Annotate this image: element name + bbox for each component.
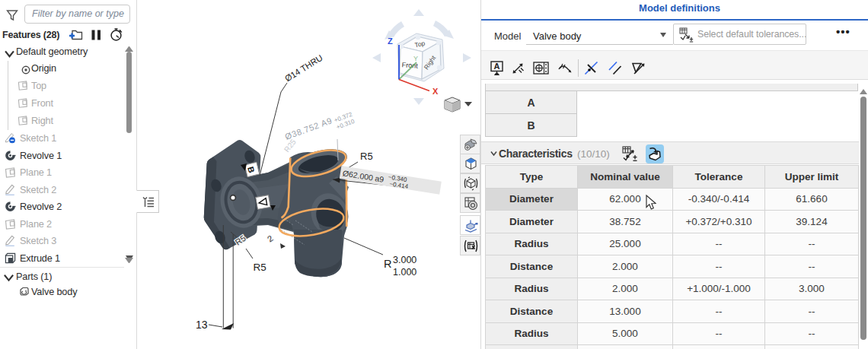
- svg-text:R25: R25: [282, 138, 298, 154]
- svg-text:Ø14 THRU: Ø14 THRU: [283, 53, 324, 84]
- svg-text:A: A: [494, 62, 500, 71]
- svg-text:R5: R5: [360, 151, 373, 162]
- svg-text:2: 2: [266, 233, 275, 243]
- svg-text:R: R: [384, 258, 391, 270]
- svg-text:1.000: 1.000: [393, 267, 416, 278]
- svg-text:Z: Z: [388, 36, 393, 46]
- svg-text:R5: R5: [254, 262, 266, 273]
- svg-text:Ø38.752 A9: Ø38.752 A9: [284, 116, 333, 141]
- svg-text:3.000: 3.000: [393, 255, 416, 265]
- svg-text:13: 13: [196, 319, 208, 331]
- svg-text:Y: Y: [413, 55, 418, 62]
- svg-text:X: X: [432, 87, 439, 96]
